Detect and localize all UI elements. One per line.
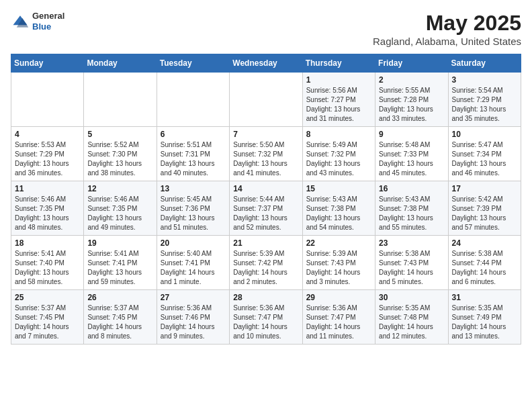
day-number: 10: [452, 130, 517, 139]
day-number: 29: [306, 293, 371, 302]
cell-content: Sunrise: 5:38 AM Sunset: 7:43 PM Dayligh…: [379, 249, 444, 287]
day-number: 11: [15, 184, 80, 193]
cell-content: Sunrise: 5:55 AM Sunset: 7:28 PM Dayligh…: [379, 86, 444, 124]
day-number: 22: [306, 238, 371, 248]
page-header: General Blue May 2025 Ragland, Alabama, …: [11, 11, 521, 47]
cell-content: Sunrise: 5:36 AM Sunset: 7:46 PM Dayligh…: [161, 304, 226, 341]
header-row: SundayMondayTuesdayWednesdayThursdayFrid…: [11, 54, 521, 73]
cell-content: Sunrise: 5:41 AM Sunset: 7:40 PM Dayligh…: [15, 249, 80, 287]
header-day-wednesday: Wednesday: [230, 54, 302, 73]
day-number: 20: [161, 238, 226, 248]
cell-content: Sunrise: 5:39 AM Sunset: 7:42 PM Dayligh…: [233, 249, 298, 287]
cell-content: Sunrise: 5:36 AM Sunset: 7:47 PM Dayligh…: [233, 304, 298, 341]
calendar-cell: 24Sunrise: 5:38 AM Sunset: 7:44 PM Dayli…: [448, 236, 521, 290]
calendar-cell: 23Sunrise: 5:38 AM Sunset: 7:43 PM Dayli…: [375, 236, 448, 290]
calendar-body: 1Sunrise: 5:56 AM Sunset: 7:27 PM Daylig…: [11, 73, 521, 345]
calendar-cell: 15Sunrise: 5:43 AM Sunset: 7:38 PM Dayli…: [302, 181, 375, 236]
day-number: 6: [161, 130, 226, 139]
calendar-cell: 8Sunrise: 5:49 AM Sunset: 7:32 PM Daylig…: [302, 127, 375, 181]
calendar-cell: 30Sunrise: 5:35 AM Sunset: 7:48 PM Dayli…: [375, 290, 448, 345]
day-number: 27: [161, 293, 226, 302]
day-number: 2: [379, 75, 444, 85]
cell-content: Sunrise: 5:35 AM Sunset: 7:49 PM Dayligh…: [452, 304, 517, 341]
cell-content: Sunrise: 5:49 AM Sunset: 7:32 PM Dayligh…: [306, 140, 371, 178]
week-row-4: 18Sunrise: 5:41 AM Sunset: 7:40 PM Dayli…: [11, 236, 521, 290]
header-day-thursday: Thursday: [302, 54, 375, 73]
logo: General Blue: [11, 11, 64, 32]
calendar-cell: 6Sunrise: 5:51 AM Sunset: 7:31 PM Daylig…: [157, 127, 229, 181]
calendar-cell: 29Sunrise: 5:36 AM Sunset: 7:47 PM Dayli…: [302, 290, 375, 345]
calendar-cell: 2Sunrise: 5:55 AM Sunset: 7:28 PM Daylig…: [375, 73, 448, 127]
day-number: 7: [233, 130, 298, 139]
header-day-friday: Friday: [375, 54, 448, 73]
day-number: 3: [452, 75, 517, 85]
calendar-cell: 3Sunrise: 5:54 AM Sunset: 7:29 PM Daylig…: [448, 73, 521, 127]
calendar-cell: 18Sunrise: 5:41 AM Sunset: 7:40 PM Dayli…: [11, 236, 84, 290]
subtitle: Ragland, Alabama, United States: [373, 36, 521, 47]
calendar-cell: 22Sunrise: 5:39 AM Sunset: 7:43 PM Dayli…: [302, 236, 375, 290]
calendar-cell: 21Sunrise: 5:39 AM Sunset: 7:42 PM Dayli…: [230, 236, 302, 290]
day-number: 12: [87, 184, 152, 193]
calendar-cell: 26Sunrise: 5:37 AM Sunset: 7:45 PM Dayli…: [84, 290, 157, 345]
day-number: 13: [161, 184, 226, 193]
calendar-cell: 1Sunrise: 5:56 AM Sunset: 7:27 PM Daylig…: [302, 73, 375, 127]
calendar-cell: 28Sunrise: 5:36 AM Sunset: 7:47 PM Dayli…: [230, 290, 302, 345]
calendar-cell: 5Sunrise: 5:52 AM Sunset: 7:30 PM Daylig…: [84, 127, 157, 181]
cell-content: Sunrise: 5:37 AM Sunset: 7:45 PM Dayligh…: [15, 304, 80, 341]
day-number: 16: [379, 184, 444, 193]
calendar-cell: [157, 73, 229, 127]
calendar-cell: 13Sunrise: 5:45 AM Sunset: 7:36 PM Dayli…: [157, 181, 229, 236]
day-number: 31: [452, 293, 517, 302]
day-number: 23: [379, 238, 444, 248]
day-number: 14: [233, 184, 298, 193]
day-number: 21: [233, 238, 298, 248]
cell-content: Sunrise: 5:45 AM Sunset: 7:36 PM Dayligh…: [161, 195, 226, 232]
cell-content: Sunrise: 5:51 AM Sunset: 7:31 PM Dayligh…: [161, 140, 226, 178]
cell-content: Sunrise: 5:43 AM Sunset: 7:38 PM Dayligh…: [306, 195, 371, 232]
week-row-3: 11Sunrise: 5:46 AM Sunset: 7:35 PM Dayli…: [11, 181, 521, 236]
calendar-cell: 7Sunrise: 5:50 AM Sunset: 7:32 PM Daylig…: [230, 127, 302, 181]
day-number: 25: [15, 293, 80, 302]
cell-content: Sunrise: 5:38 AM Sunset: 7:44 PM Dayligh…: [452, 249, 517, 287]
day-number: 24: [452, 238, 517, 248]
cell-content: Sunrise: 5:42 AM Sunset: 7:39 PM Dayligh…: [452, 195, 517, 232]
calendar-cell: 11Sunrise: 5:46 AM Sunset: 7:35 PM Dayli…: [11, 181, 84, 236]
header-day-tuesday: Tuesday: [157, 54, 229, 73]
day-number: 28: [233, 293, 298, 302]
day-number: 8: [306, 130, 371, 139]
calendar-cell: 31Sunrise: 5:35 AM Sunset: 7:49 PM Dayli…: [448, 290, 521, 345]
cell-content: Sunrise: 5:36 AM Sunset: 7:47 PM Dayligh…: [306, 304, 371, 341]
calendar-cell: 14Sunrise: 5:44 AM Sunset: 7:37 PM Dayli…: [230, 181, 302, 236]
cell-content: Sunrise: 5:54 AM Sunset: 7:29 PM Dayligh…: [452, 86, 517, 124]
day-number: 17: [452, 184, 517, 193]
calendar-cell: 10Sunrise: 5:47 AM Sunset: 7:34 PM Dayli…: [448, 127, 521, 181]
cell-content: Sunrise: 5:50 AM Sunset: 7:32 PM Dayligh…: [233, 140, 298, 178]
header-day-monday: Monday: [84, 54, 157, 73]
calendar-cell: 16Sunrise: 5:43 AM Sunset: 7:38 PM Dayli…: [375, 181, 448, 236]
logo-general-text: General: [32, 11, 64, 21]
calendar-cell: 4Sunrise: 5:53 AM Sunset: 7:29 PM Daylig…: [11, 127, 84, 181]
logo-icon: [11, 12, 30, 31]
logo-blue-text: Blue: [32, 21, 64, 32]
calendar-cell: 17Sunrise: 5:42 AM Sunset: 7:39 PM Dayli…: [448, 181, 521, 236]
calendar-cell: [230, 73, 302, 127]
cell-content: Sunrise: 5:39 AM Sunset: 7:43 PM Dayligh…: [306, 249, 371, 287]
day-number: 19: [87, 238, 152, 248]
cell-content: Sunrise: 5:37 AM Sunset: 7:45 PM Dayligh…: [87, 304, 152, 341]
calendar-cell: 25Sunrise: 5:37 AM Sunset: 7:45 PM Dayli…: [11, 290, 84, 345]
cell-content: Sunrise: 5:48 AM Sunset: 7:33 PM Dayligh…: [379, 140, 444, 178]
day-number: 1: [306, 75, 371, 85]
cell-content: Sunrise: 5:46 AM Sunset: 7:35 PM Dayligh…: [15, 195, 80, 232]
day-number: 26: [87, 293, 152, 302]
day-number: 9: [379, 130, 444, 139]
calendar-table: SundayMondayTuesdayWednesdayThursdayFrid…: [11, 54, 521, 345]
cell-content: Sunrise: 5:46 AM Sunset: 7:35 PM Dayligh…: [87, 195, 152, 232]
calendar-cell: [11, 73, 84, 127]
day-number: 15: [306, 184, 371, 193]
cell-content: Sunrise: 5:52 AM Sunset: 7:30 PM Dayligh…: [87, 140, 152, 178]
title-block: May 2025 Ragland, Alabama, United States: [373, 11, 521, 47]
week-row-2: 4Sunrise: 5:53 AM Sunset: 7:29 PM Daylig…: [11, 127, 521, 181]
cell-content: Sunrise: 5:44 AM Sunset: 7:37 PM Dayligh…: [233, 195, 298, 232]
header-day-sunday: Sunday: [11, 54, 84, 73]
main-title: May 2025: [373, 11, 521, 36]
